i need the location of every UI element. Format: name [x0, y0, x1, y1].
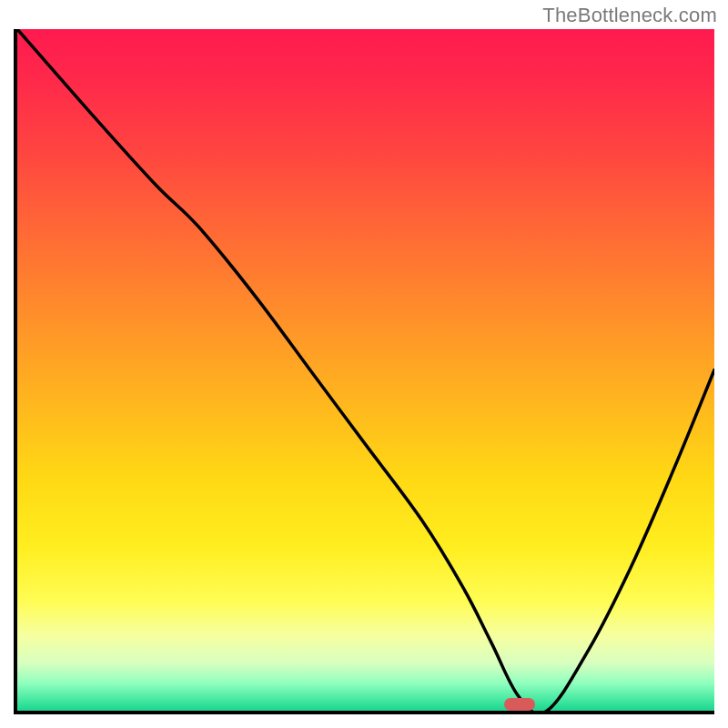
bottleneck-curve-path [17, 29, 714, 711]
watermark-text: TheBottleneck.com [542, 4, 717, 27]
optimal-marker-pill [504, 698, 535, 711]
chart-plot-area [14, 29, 714, 714]
bottleneck-curve-svg [17, 29, 714, 711]
